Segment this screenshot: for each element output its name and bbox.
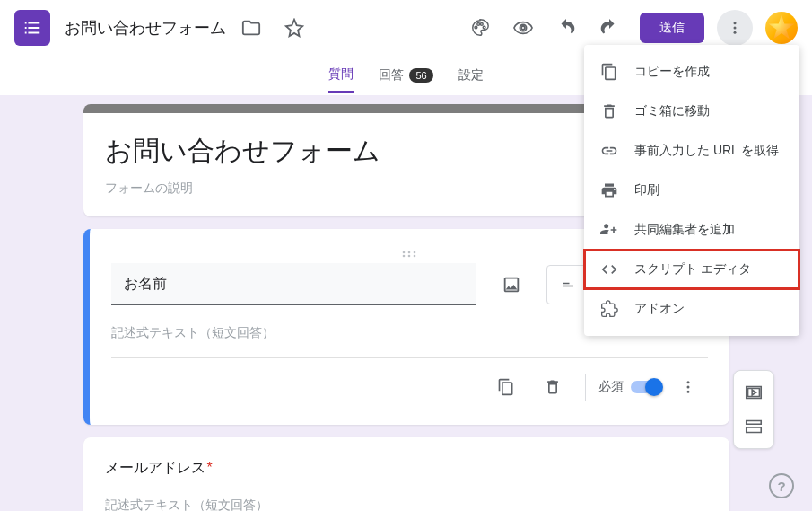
svg-point-4 xyxy=(408,251,411,254)
side-toolbar xyxy=(733,370,774,449)
palette-icon[interactable] xyxy=(462,10,498,46)
svg-point-11 xyxy=(686,391,689,393)
menu-addon[interactable]: アドオン xyxy=(584,289,799,329)
tab-questions-label: 質問 xyxy=(328,66,354,83)
question-title-input[interactable] xyxy=(111,263,476,305)
add-image-icon[interactable] xyxy=(491,264,532,305)
question-card-2[interactable]: メールアドレス* 記述式テキスト（短文回答） xyxy=(83,437,729,511)
add-section-icon[interactable] xyxy=(738,410,770,443)
menu-addon-label: アドオン xyxy=(634,301,685,317)
svg-point-10 xyxy=(686,386,689,389)
menu-prefilled[interactable]: 事前入力した URL を取得 xyxy=(584,131,799,171)
more-button[interactable] xyxy=(717,10,753,46)
question2-label: メールアドレス* xyxy=(105,459,708,478)
form-title[interactable]: お問い合わせフォーム xyxy=(65,17,226,39)
delete-button[interactable] xyxy=(533,367,572,407)
question2-label-text: メールアドレス xyxy=(105,460,205,475)
folder-icon[interactable] xyxy=(233,10,269,46)
svg-point-7 xyxy=(408,255,411,258)
avatar[interactable] xyxy=(765,12,798,44)
svg-point-8 xyxy=(414,255,416,258)
menu-trash-label: ゴミ箱に移動 xyxy=(634,103,710,119)
menu-print[interactable]: 印刷 xyxy=(584,171,799,210)
required-label: 必須 xyxy=(598,379,624,395)
preview-icon[interactable] xyxy=(505,10,541,46)
send-button[interactable]: 送信 xyxy=(640,13,704,43)
duplicate-button[interactable] xyxy=(486,367,526,407)
undo-icon[interactable] xyxy=(548,10,584,46)
svg-point-6 xyxy=(403,255,406,258)
star-icon[interactable] xyxy=(276,10,312,46)
menu-copy[interactable]: コピーを作成 xyxy=(584,52,799,92)
menu-print-label: 印刷 xyxy=(634,182,659,198)
response-count-badge: 56 xyxy=(409,68,432,83)
svg-point-9 xyxy=(686,381,689,383)
svg-point-5 xyxy=(414,251,416,254)
required-toggle[interactable] xyxy=(631,381,661,393)
menu-prefilled-label: 事前入力した URL を取得 xyxy=(634,143,779,159)
menu-collab[interactable]: 共同編集者を追加 xyxy=(584,210,799,250)
divider xyxy=(585,374,586,401)
menu-copy-label: コピーを作成 xyxy=(634,64,710,80)
menu-trash[interactable]: ゴミ箱に移動 xyxy=(584,92,799,131)
svg-point-2 xyxy=(734,31,737,34)
question2-hint: 記述式テキスト（短文回答） xyxy=(105,498,708,511)
tab-settings-label: 設定 xyxy=(458,67,484,84)
forms-app-icon[interactable] xyxy=(14,10,50,46)
required-mark: * xyxy=(207,460,213,475)
menu-script-label: スクリプト エディタ xyxy=(634,261,751,278)
svg-point-1 xyxy=(734,27,737,30)
tab-responses-label: 回答 xyxy=(379,67,404,84)
help-button[interactable]: ? xyxy=(769,473,794,498)
add-video-icon[interactable] xyxy=(738,376,770,409)
menu-collab-label: 共同編集者を追加 xyxy=(634,222,735,238)
tab-questions[interactable]: 質問 xyxy=(328,57,354,93)
svg-point-3 xyxy=(403,251,406,254)
tab-responses[interactable]: 回答 56 xyxy=(379,58,432,93)
menu-script-editor[interactable]: スクリプト エディタ xyxy=(584,250,799,289)
more-menu: コピーを作成 ゴミ箱に移動 事前入力した URL を取得 印刷 共同編集者を追加… xyxy=(584,45,799,336)
redo-icon[interactable] xyxy=(591,10,627,46)
question-footer: 必須 xyxy=(111,357,708,407)
svg-point-0 xyxy=(734,22,737,24)
question-more-button[interactable] xyxy=(668,367,708,407)
tab-settings[interactable]: 設定 xyxy=(458,58,484,93)
